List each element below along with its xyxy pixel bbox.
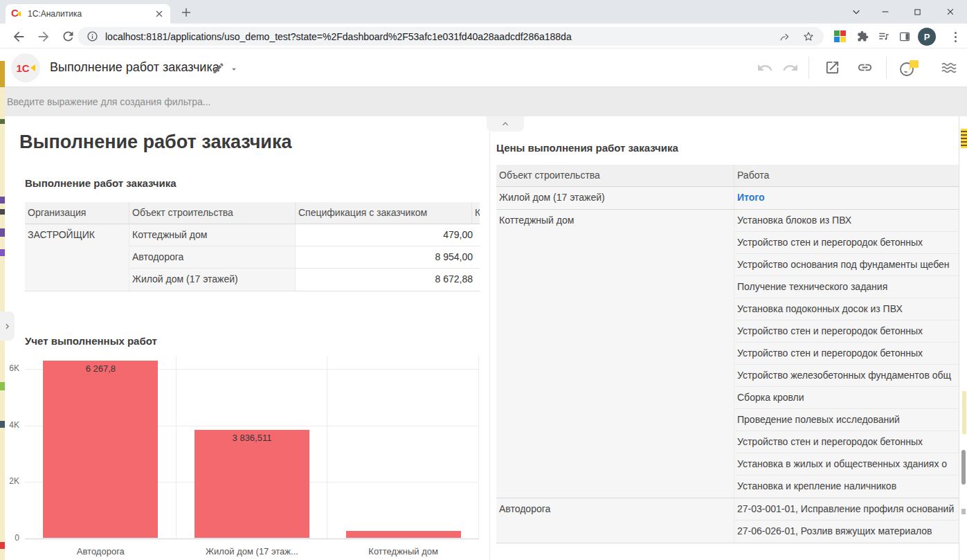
expand-left-panel-button[interactable] <box>0 311 15 341</box>
table-row[interactable]: Автодорога8 954,00 <box>129 246 480 269</box>
work-cell[interactable]: Устройство стен и перегородок бетонных <box>734 431 959 453</box>
object-cell[interactable]: Жилой дом (17 этажей) <box>496 187 734 209</box>
collapse-panel-button[interactable] <box>487 116 524 132</box>
column-header[interactable]: К <box>471 202 480 224</box>
column-header[interactable]: Объект строительства <box>129 202 295 224</box>
back-button[interactable] <box>11 29 26 44</box>
chevron-right-icon <box>2 321 12 332</box>
tab-search-chevron-icon[interactable] <box>847 3 865 21</box>
work-cell[interactable]: Устройство стен и перегородок бетонных <box>734 320 959 343</box>
column-header[interactable]: Спецификация с заказчиком <box>295 202 471 224</box>
title-caret-down-icon[interactable] <box>229 64 246 81</box>
clipped-color-mark <box>0 119 5 124</box>
work-cell[interactable]: Установка и крепление наличников <box>734 476 959 498</box>
forward-button[interactable] <box>36 29 51 44</box>
table-row[interactable]: Коттеджный дом479,00 <box>129 224 480 246</box>
1c-analytics-logo: 1С <box>11 53 40 82</box>
page-title: Выполнение работ заказчика <box>19 132 291 153</box>
x-axis-label: Жилой дом (17 этаж... <box>177 546 327 557</box>
profile-avatar[interactable]: P <box>918 28 936 46</box>
work-cell[interactable]: Устройство стен и перегородок бетонных <box>734 232 959 254</box>
clipped-color-mark <box>0 209 5 215</box>
panel-splitter[interactable] <box>489 116 490 560</box>
work-cell[interactable]: Сборка кровли <box>734 387 959 409</box>
edit-pencil-icon[interactable] <box>212 62 228 78</box>
chart-bar[interactable]: 6 267,8 <box>43 361 158 538</box>
feedback-icon[interactable] <box>898 60 919 76</box>
app-menu-waves-icon[interactable] <box>940 60 957 76</box>
total-link[interactable]: Итого <box>734 187 959 209</box>
work-cell[interactable]: Установка блоков из ПВХ <box>734 210 959 232</box>
execution-table-title: Выполнение работ заказчика <box>25 177 177 189</box>
clipped-color-mark <box>0 421 5 428</box>
side-panel-icon[interactable] <box>898 30 910 42</box>
open-in-new-icon[interactable] <box>824 60 841 76</box>
work-cell[interactable]: Устройство основания под фундаменты щебе… <box>734 254 959 276</box>
reload-button[interactable] <box>61 29 76 44</box>
filter-expression-input[interactable]: Введите выражение для создания фильтра..… <box>0 87 967 116</box>
browser-tab[interactable]: C 1С:Аналитика <box>6 4 170 24</box>
column-header[interactable]: Объект строительства <box>496 165 734 186</box>
execution-table-header: ОрганизацияОбъект строительстваСпецифика… <box>25 202 480 224</box>
execution-table-body: ЗАСТРОЙЩИК Коттеджный дом479,00Автодорог… <box>25 224 480 291</box>
media-list-icon[interactable] <box>878 30 889 42</box>
undo-icon[interactable] <box>757 60 773 76</box>
table-row[interactable]: Жилой дом (17 этажей)8 672,88 <box>129 269 480 291</box>
table-group: Автодорога27-03-001-01, Исправление проф… <box>496 498 959 543</box>
value-cell[interactable]: 8 672,88 <box>295 269 480 291</box>
object-cell[interactable]: Автодорога <box>129 246 295 268</box>
share-icon[interactable] <box>779 30 791 43</box>
column-header[interactable]: Организация <box>25 202 129 224</box>
work-cell[interactable]: Устройство железобетонных фундаментов об… <box>734 365 959 387</box>
chart-bar[interactable]: 3 836,511 <box>195 430 309 538</box>
execution-table: ОрганизацияОбъект строительстваСпецифика… <box>25 202 480 291</box>
new-tab-button[interactable] <box>180 6 192 19</box>
value-cell[interactable]: 8 954,00 <box>295 246 480 268</box>
prices-table-body: Жилой дом (17 этажей)ИтогоКоттеджный дом… <box>496 187 959 543</box>
work-list: Итого <box>734 187 959 209</box>
object-cell[interactable]: Жилой дом (17 этажей) <box>129 269 295 291</box>
address-bar[interactable]: localhost:8181/applications/uso_demo_tes… <box>78 27 824 46</box>
clipped-color-mark <box>0 61 5 87</box>
clipped-color-mark <box>0 542 5 549</box>
work-cell[interactable]: 27-03-001-01, Исправление профиля основа… <box>734 498 959 521</box>
chart-bar[interactable] <box>346 531 461 538</box>
bookmark-star-icon[interactable] <box>802 30 815 43</box>
object-cell[interactable]: Коттеджный дом <box>129 224 295 246</box>
window-minimize-button[interactable] <box>876 3 894 21</box>
work-cell[interactable]: Установка подоконных досок из ПВХ <box>734 298 959 320</box>
work-cell[interactable]: Устройство стен и перегородок бетонных <box>734 343 959 365</box>
value-cell[interactable]: 479,00 <box>295 224 480 246</box>
work-cell[interactable]: Проведение полевых исследований <box>734 409 959 431</box>
logo-triangle-icon <box>30 64 35 71</box>
tab-close-icon[interactable] <box>154 8 165 19</box>
copy-link-icon[interactable] <box>857 60 874 76</box>
column-header[interactable]: Работа <box>734 165 959 186</box>
clipped-yellow-badge-icon <box>961 129 967 148</box>
clipped-widget-left <box>0 61 5 560</box>
object-cell[interactable]: Коттеджный дом <box>496 210 734 498</box>
site-favicon-1c-icon: C <box>11 8 22 19</box>
window-close-button[interactable] <box>941 3 959 21</box>
clipped-widget-right <box>959 116 967 560</box>
work-cell[interactable]: Установка в жилых и общественных зданиях… <box>734 453 959 476</box>
organization-cell[interactable]: ЗАСТРОЙЩИК <box>25 224 129 291</box>
extension-colorful-icon[interactable] <box>834 30 846 42</box>
tab-strip: C 1С:Аналитика <box>0 0 967 24</box>
redo-icon[interactable] <box>782 60 799 76</box>
grid-vline <box>327 356 327 539</box>
favicon-triangle <box>17 11 21 17</box>
vertical-scrollbar[interactable] <box>961 450 966 485</box>
window-maximize-button[interactable] <box>908 3 926 21</box>
work-cell[interactable]: Получение технического задания <box>734 276 959 298</box>
execution-table-rows: Коттеджный дом479,00Автодорога8 954,00Жи… <box>129 224 480 291</box>
browser-menu-icon[interactable] <box>948 29 962 44</box>
extensions-puzzle-icon[interactable] <box>857 30 869 42</box>
page-info-icon[interactable] <box>87 30 98 42</box>
work-cell[interactable]: 27-06-026-01, Розлив вяжущих материалов <box>734 521 959 543</box>
browser-window: C 1С:Аналитика <box>0 0 967 560</box>
x-axis-label: Автодорога <box>25 546 176 557</box>
url-text[interactable]: localhost:8181/applications/uso_demo_tes… <box>105 31 779 42</box>
bar-value-label: 3 836,511 <box>195 433 309 443</box>
object-cell[interactable]: Автодорога <box>496 498 734 543</box>
